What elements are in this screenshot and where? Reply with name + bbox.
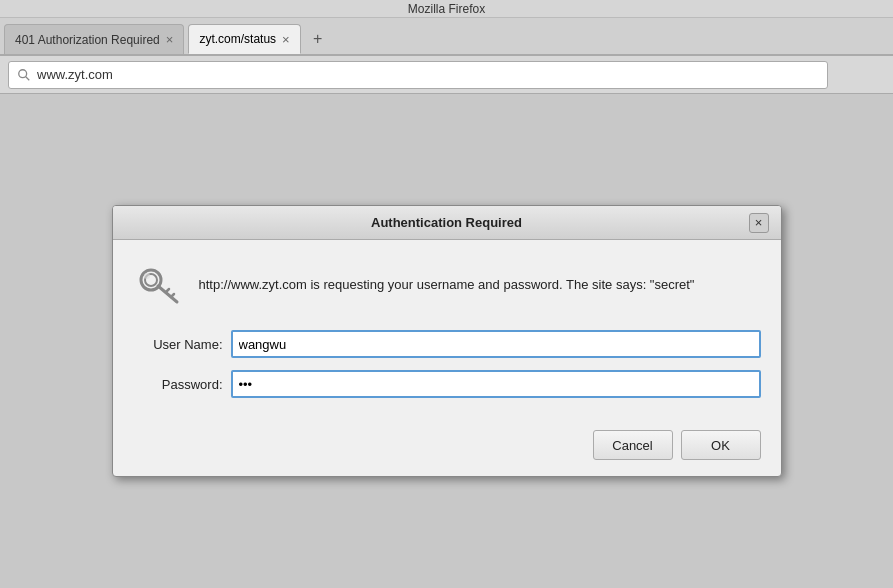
svg-line-6 xyxy=(171,294,174,297)
dialog-title: Authentication Required xyxy=(145,215,749,230)
svg-point-0 xyxy=(19,69,27,77)
search-icon xyxy=(17,68,31,82)
address-text: www.zyt.com xyxy=(37,67,113,82)
svg-line-5 xyxy=(166,289,169,292)
address-bar[interactable]: www.zyt.com xyxy=(8,61,828,89)
new-tab-button[interactable]: + xyxy=(305,26,331,52)
dialog-body: http://www.zyt.com is requesting your us… xyxy=(113,240,781,420)
password-input[interactable] xyxy=(231,370,761,398)
auth-dialog: Authentication Required × xyxy=(112,205,782,477)
password-label: Password: xyxy=(133,377,223,392)
modal-overlay: Authentication Required × xyxy=(0,94,893,588)
dialog-buttons: Cancel OK xyxy=(113,420,781,476)
dialog-title-bar: Authentication Required × xyxy=(113,206,781,240)
svg-line-1 xyxy=(26,76,30,80)
tab-401-label: 401 Authorization Required xyxy=(15,33,160,47)
ok-button[interactable]: OK xyxy=(681,430,761,460)
browser-title-bar: Mozilla Firefox xyxy=(0,0,893,18)
tab-status-close[interactable]: × xyxy=(282,33,290,46)
username-input[interactable] xyxy=(231,330,761,358)
dialog-message: http://www.zyt.com is requesting your us… xyxy=(199,275,695,295)
address-bar-area: www.zyt.com xyxy=(0,56,893,94)
password-row: Password: xyxy=(133,370,761,398)
tab-status-label: zyt.com/status xyxy=(199,32,276,46)
username-row: User Name: xyxy=(133,330,761,358)
tab-bar: 401 Authorization Required × zyt.com/sta… xyxy=(0,18,893,56)
key-icon xyxy=(133,260,183,310)
username-label: User Name: xyxy=(133,337,223,352)
browser-title: Mozilla Firefox xyxy=(408,2,485,16)
dialog-close-button[interactable]: × xyxy=(749,213,769,233)
tab-401-close[interactable]: × xyxy=(166,33,174,46)
tab-status[interactable]: zyt.com/status × xyxy=(188,24,300,54)
tab-401[interactable]: 401 Authorization Required × xyxy=(4,24,184,54)
svg-point-7 xyxy=(144,273,150,279)
page-content: Authentication Required × xyxy=(0,94,893,588)
dialog-info-row: http://www.zyt.com is requesting your us… xyxy=(133,260,761,310)
cancel-button[interactable]: Cancel xyxy=(593,430,673,460)
